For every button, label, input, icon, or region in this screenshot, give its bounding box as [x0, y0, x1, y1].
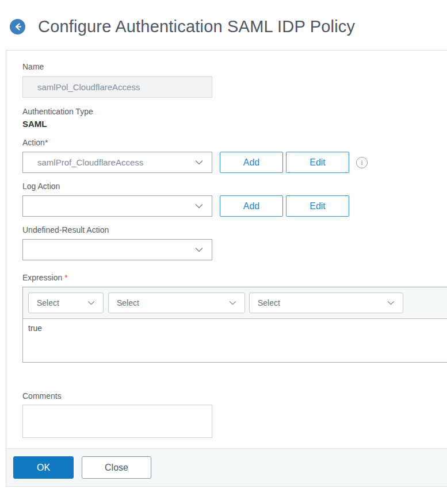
- chevron-down-icon: [195, 247, 203, 252]
- chevron-down-icon: [229, 301, 236, 305]
- expression-operator-select-3[interactable]: Select: [249, 293, 403, 313]
- log-action-label: Log Action: [22, 182, 447, 191]
- expression-toolbar: Select Select Select: [23, 287, 447, 319]
- expression-operator-select-1[interactable]: Select: [28, 293, 104, 313]
- action-add-button[interactable]: Add: [220, 152, 283, 173]
- chevron-down-icon: [387, 301, 395, 305]
- close-button[interactable]: Close: [82, 456, 151, 479]
- header: Configure Authentication SAML IDP Policy: [0, 0, 447, 50]
- expression-input[interactable]: true: [23, 319, 447, 362]
- undefined-result-action-select[interactable]: [22, 239, 212, 260]
- chevron-down-icon: [195, 203, 203, 209]
- name-input-value: samlPol_CloudflareAccess: [37, 82, 140, 92]
- action-select[interactable]: samlProf_CloudflareAccess: [22, 152, 212, 173]
- form-body: Name samlPol_CloudflareAccess Authentica…: [6, 51, 447, 438]
- page: Configure Authentication SAML IDP Policy…: [0, 0, 447, 487]
- action-label: Action*: [22, 138, 447, 148]
- name-input[interactable]: samlPol_CloudflareAccess: [22, 76, 212, 98]
- expression-operator-select-2-placeholder: Select: [117, 298, 229, 307]
- expression-operator-select-2[interactable]: Select: [108, 293, 245, 313]
- name-label: Name: [22, 62, 447, 72]
- form-footer: OK Close: [6, 448, 447, 487]
- auth-type-value: SAML: [22, 120, 447, 129]
- log-action-edit-button[interactable]: Edit: [286, 195, 349, 217]
- expression-label-text: Expression: [22, 273, 62, 282]
- undefined-result-action-row: [22, 239, 447, 260]
- log-action-add-button[interactable]: Add: [220, 195, 283, 217]
- form-panel: Name samlPol_CloudflareAccess Authentica…: [6, 50, 447, 487]
- comments-textarea[interactable]: [22, 405, 212, 438]
- chevron-down-icon: [195, 160, 203, 165]
- action-edit-button[interactable]: Edit: [286, 152, 349, 173]
- action-row: samlProf_CloudflareAccess Add Edit i: [22, 152, 447, 173]
- expression-operator-select-3-placeholder: Select: [258, 298, 387, 307]
- info-icon[interactable]: i: [356, 157, 368, 168]
- expression-builder: Select Select Select: [22, 287, 447, 363]
- page-title: Configure Authentication SAML IDP Policy: [38, 17, 355, 36]
- back-button[interactable]: [10, 19, 25, 34]
- expression-operator-select-1-placeholder: Select: [37, 298, 87, 307]
- chevron-down-icon: [87, 301, 95, 305]
- ok-button[interactable]: OK: [13, 456, 74, 479]
- log-action-select[interactable]: [22, 195, 212, 217]
- arrow-left-icon: [13, 22, 22, 31]
- expression-required-mark: *: [64, 273, 67, 282]
- comments-label: Comments: [22, 391, 447, 401]
- undefined-result-action-label: Undefined-Result Action: [22, 225, 447, 235]
- action-select-value: samlProf_CloudflareAccess: [37, 157, 195, 167]
- log-action-row: Add Edit: [22, 195, 447, 217]
- auth-type-label: Authentication Type: [22, 107, 447, 117]
- expression-label: Expression *: [22, 273, 447, 283]
